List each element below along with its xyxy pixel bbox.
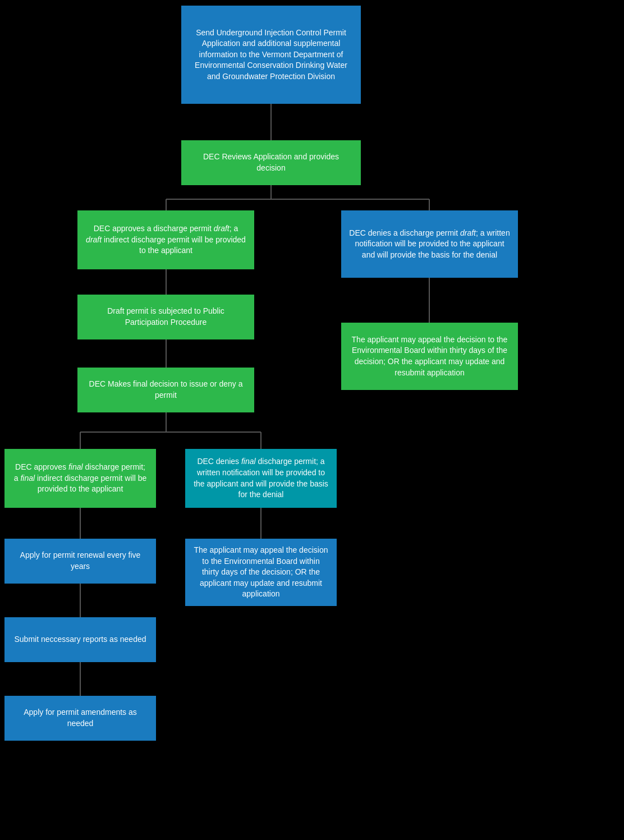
permit-amendments-box: Apply for permit amendments as needed [4,696,156,741]
dec-reviews-box: DEC Reviews Application and provides dec… [181,140,361,185]
dec-denies-final-box: DEC denies final discharge permit; a wri… [185,449,337,508]
applicant-appeal-draft-box: The applicant may appeal the decision to… [341,323,518,390]
dec-approves-draft-box: DEC approves a discharge permit draft; a… [77,210,254,269]
permit-amendments-label: Apply for permit amendments as needed [12,707,148,729]
submit-reports-label: Submit neccessary reports as needed [14,634,146,645]
dec-denies-draft-label: DEC denies a discharge permit draft; a w… [349,228,510,261]
dec-approves-draft-label: DEC approves a discharge permit draft; a… [85,223,246,256]
applicant-appeal-final-box: The applicant may appeal the decision to… [185,539,337,606]
send-application-label: Send Underground Injection Control Permi… [189,27,353,82]
dec-denies-draft-box: DEC denies a discharge permit draft; a w… [341,210,518,278]
permit-renewal-label: Apply for permit renewal every five year… [12,550,148,572]
applicant-appeal-final-label: The applicant may appeal the decision to… [193,545,329,600]
applicant-appeal-draft-label: The applicant may appeal the decision to… [349,334,510,378]
dec-approves-final-label: DEC approves final discharge permit; a f… [12,462,148,495]
submit-reports-box: Submit neccessary reports as needed [4,617,156,662]
dec-final-decision-box: DEC Makes final decision to issue or den… [77,368,254,412]
permit-renewal-box: Apply for permit renewal every five year… [4,539,156,584]
dec-denies-final-label: DEC denies final discharge permit; a wri… [193,456,329,500]
draft-public-box: Draft permit is subjected to Public Part… [77,295,254,339]
send-application-box: Send Underground Injection Control Permi… [181,6,361,104]
draft-public-label: Draft permit is subjected to Public Part… [85,306,246,328]
dec-final-decision-label: DEC Makes final decision to issue or den… [85,379,246,401]
dec-reviews-label: DEC Reviews Application and provides dec… [189,152,353,173]
dec-approves-final-box: DEC approves final discharge permit; a f… [4,449,156,508]
